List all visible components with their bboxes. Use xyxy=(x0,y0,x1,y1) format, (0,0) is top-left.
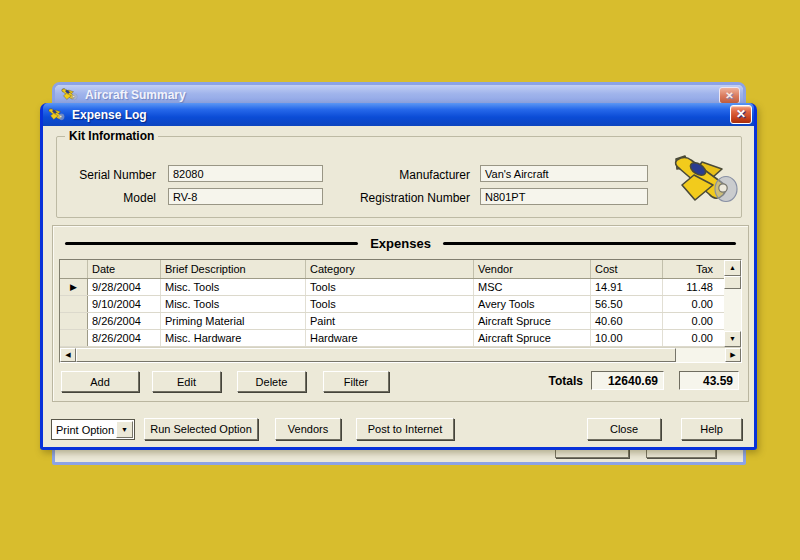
column-header-cost[interactable]: Cost xyxy=(591,260,663,278)
scroll-down-icon[interactable]: ▼ xyxy=(724,331,741,347)
expense-log-window: Expense Log ✕ Kit Information Serial Num… xyxy=(40,103,757,450)
add-button[interactable]: Add xyxy=(61,371,139,392)
run-selected-option-button[interactable]: Run Selected Option xyxy=(144,418,258,440)
column-header-date[interactable]: Date xyxy=(88,260,161,278)
row-selector-cell: ▶ xyxy=(60,279,88,295)
table-header-row: Date Brief Description Category Vendor C… xyxy=(60,260,724,279)
expense-log-titlebar[interactable]: Expense Log ✕ xyxy=(43,103,754,126)
row-selector-cell xyxy=(60,330,88,346)
vendors-button[interactable]: Vendors xyxy=(275,418,341,440)
horizontal-scrollbar[interactable]: ◀ ▶ xyxy=(60,347,741,362)
horizontal-scroll-thumb[interactable] xyxy=(76,348,676,362)
row-selector-cell xyxy=(60,296,88,312)
cell-tax[interactable]: 0.00 xyxy=(663,313,724,329)
serial-number-field[interactable]: 82080 xyxy=(168,165,323,182)
cell-cost[interactable]: 40.60 xyxy=(591,313,663,329)
kit-information-title: Kit Information xyxy=(65,129,158,143)
column-header-category[interactable]: Category xyxy=(306,260,474,278)
edit-button[interactable]: Edit xyxy=(152,371,221,392)
table-row[interactable]: 8/26/2004 Misc. Hardware Hardware Aircra… xyxy=(60,330,724,347)
cell-vendor[interactable]: Aircraft Spruce xyxy=(474,313,591,329)
desktop: { "colors": { "desktop_background": "#D8… xyxy=(0,0,800,560)
row-selector-cell xyxy=(60,313,88,329)
cell-description[interactable]: Priming Material xyxy=(161,313,306,329)
expenses-title: Expenses xyxy=(370,236,431,251)
close-icon[interactable]: ✕ xyxy=(730,105,752,124)
cell-tax[interactable]: 0.00 xyxy=(663,296,724,312)
cell-cost[interactable]: 10.00 xyxy=(591,330,663,346)
vertical-scroll-thumb[interactable] xyxy=(724,276,741,289)
cell-category[interactable]: Paint xyxy=(306,313,474,329)
cell-date[interactable]: 8/26/2004 xyxy=(88,330,161,346)
cell-cost[interactable]: 56.50 xyxy=(591,296,663,312)
airplane-icon xyxy=(47,108,67,122)
expenses-panel: Expenses Date Brief Description Category… xyxy=(52,225,749,402)
cell-category[interactable]: Hardware xyxy=(306,330,474,346)
table-row[interactable]: 9/10/2004 Misc. Tools Tools Avery Tools … xyxy=(60,296,724,313)
manufacturer-label: Manufacturer xyxy=(338,168,470,182)
window-title: Expense Log xyxy=(72,108,147,122)
divider-line xyxy=(65,242,358,245)
cell-category[interactable]: Tools xyxy=(306,296,474,312)
cell-description[interactable]: Misc. Tools xyxy=(161,296,306,312)
aircraft-summary-titlebar[interactable]: Aircraft Summary ✕ xyxy=(55,85,743,105)
scroll-up-icon[interactable]: ▲ xyxy=(724,260,741,276)
table-row[interactable]: ▶ 9/28/2004 Misc. Tools Tools MSC 14.91 … xyxy=(60,279,724,296)
aircraft-summary-title: Aircraft Summary xyxy=(85,88,186,102)
scroll-right-icon[interactable]: ▶ xyxy=(725,348,741,362)
registration-number-field[interactable]: N801PT xyxy=(480,188,648,205)
help-button[interactable]: Help xyxy=(681,418,742,440)
print-option-value: Print Option xyxy=(52,424,116,436)
model-field[interactable]: RV-8 xyxy=(168,188,323,205)
close-button[interactable]: Close xyxy=(587,418,661,440)
vertical-scroll-track[interactable] xyxy=(724,289,741,331)
cell-category[interactable]: Tools xyxy=(306,279,474,295)
row-selector-header xyxy=(60,260,88,278)
column-header-vendor[interactable]: Vendor xyxy=(474,260,591,278)
cell-tax[interactable]: 11.48 xyxy=(663,279,724,295)
column-header-tax[interactable]: Tax xyxy=(663,260,724,278)
registration-number-label: Registration Number xyxy=(338,191,470,205)
airplane-icon xyxy=(60,88,80,102)
model-label: Model xyxy=(56,191,156,205)
hidden-help-button[interactable] xyxy=(646,449,716,458)
cell-tax[interactable]: 0.00 xyxy=(663,330,724,346)
filter-button[interactable]: Filter xyxy=(323,371,389,392)
expenses-table: Date Brief Description Category Vendor C… xyxy=(59,259,742,363)
cell-date[interactable]: 9/28/2004 xyxy=(88,279,161,295)
cell-description[interactable]: Misc. Tools xyxy=(161,279,306,295)
cell-vendor[interactable]: Avery Tools xyxy=(474,296,591,312)
serial-number-label: Serial Number xyxy=(56,168,156,182)
hidden-close-button[interactable] xyxy=(555,449,629,458)
tax-total-value: 43.59 xyxy=(679,371,739,390)
cell-date[interactable]: 8/26/2004 xyxy=(88,313,161,329)
delete-button[interactable]: Delete xyxy=(237,371,306,392)
airplane-logo-icon xyxy=(668,154,748,210)
column-header-description[interactable]: Brief Description xyxy=(161,260,306,278)
cost-total-value: 12640.69 xyxy=(591,371,664,390)
manufacturer-field[interactable]: Van's Aircraft xyxy=(480,165,648,182)
cell-cost[interactable]: 14.91 xyxy=(591,279,663,295)
post-to-internet-button[interactable]: Post to Internet xyxy=(356,418,454,440)
totals-label: Totals xyxy=(513,374,583,388)
cell-description[interactable]: Misc. Hardware xyxy=(161,330,306,346)
close-icon[interactable]: ✕ xyxy=(719,87,740,104)
chevron-down-icon[interactable]: ▼ xyxy=(116,421,133,438)
expense-log-body: Kit Information Serial Number 82080 Mode… xyxy=(43,126,754,447)
divider-line xyxy=(443,242,736,245)
scroll-left-icon[interactable]: ◀ xyxy=(60,348,76,362)
cell-vendor[interactable]: MSC xyxy=(474,279,591,295)
print-option-dropdown[interactable]: Print Option ▼ xyxy=(51,419,135,440)
selected-row-pointer-icon: ▶ xyxy=(70,282,77,292)
table-row[interactable]: 8/26/2004 Priming Material Paint Aircraf… xyxy=(60,313,724,330)
expenses-header: Expenses xyxy=(65,236,736,251)
cell-vendor[interactable]: Aircraft Spruce xyxy=(474,330,591,346)
vertical-scrollbar[interactable]: ▲ ▼ xyxy=(724,260,741,347)
cell-date[interactable]: 9/10/2004 xyxy=(88,296,161,312)
